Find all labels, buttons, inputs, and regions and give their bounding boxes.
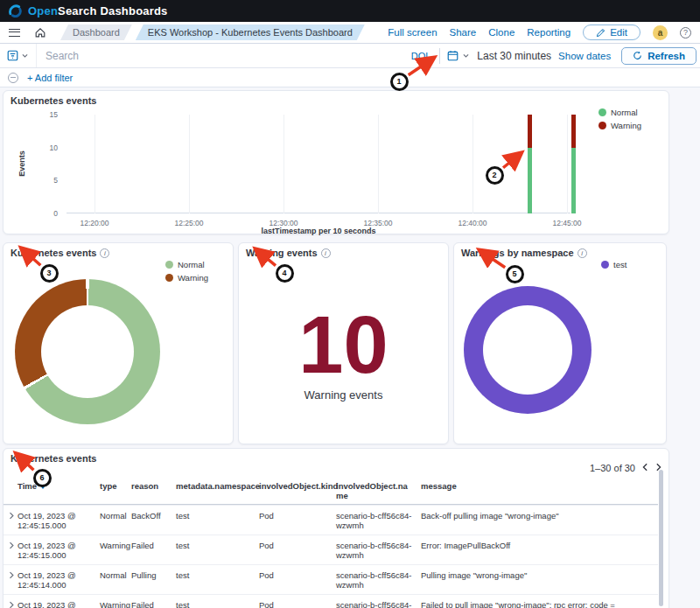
chevron-right-icon [8,601,15,608]
cell-time: Oct 19, 2023 @ 12:45:14.000 [18,600,100,608]
dql-selector[interactable]: DQL [402,51,440,61]
avatar[interactable]: a [653,25,668,40]
cell-reason: Pulling [131,570,176,580]
menu-button[interactable] [4,24,24,41]
calendar-icon [447,50,458,61]
legend-item-normal[interactable]: Normal [165,260,208,269]
expand-row-button[interactable] [8,600,18,608]
bar-segment-warning[interactable] [528,115,532,148]
legend-label: Normal [611,108,638,117]
pie-legend: NormalWarning [165,260,208,283]
scrollbar-thumb[interactable] [659,470,663,606]
date-picker-quick-menu-button[interactable] [440,50,477,61]
legend-dot [598,122,606,129]
legend-dot [598,108,606,116]
help-icon[interactable]: ? [680,27,691,38]
column-header-type[interactable]: type [100,481,131,491]
cell-time: Oct 19, 2023 @ 12:45:15.000 [18,541,100,560]
panel-kubernetes-events-histogram: Kubernetes events Events lastTimestamp p… [3,90,669,234]
clone-link[interactable]: Clone [488,27,514,38]
cell-name: scenario-b-cff56c84-wzwmh [336,570,421,590]
cell-namespace: test [176,570,259,580]
column-header-namespace[interactable]: metadata.namespace [176,481,259,491]
column-header-time[interactable]: Time [18,481,100,491]
panel-title[interactable]: Warning eventsi [246,248,331,258]
cell-name: scenario-b-cff56c84-wzwmh [336,600,421,608]
cell-time: Oct 19, 2023 @ 12:45:14.000 [18,570,100,590]
refresh-icon [633,51,642,60]
expand-row-button[interactable] [8,511,18,521]
column-header-message[interactable]: message [421,481,658,492]
cell-reason: Failed [131,541,176,550]
time-range-value[interactable]: Last 30 minutes [477,50,558,62]
show-dates-link[interactable]: Show dates [558,51,621,61]
panel-kubernetes-events-table: Kubernetes events 1–30 of 30 Time type r… [3,448,669,608]
panel-warnings-by-namespace-pie: Warnings by namespacei test [453,242,667,444]
x-tick-label: 12:40:00 [446,219,499,227]
cell-type: Warning [100,600,131,608]
home-button[interactable] [31,24,50,41]
panel-title[interactable]: Kubernetes eventsi [10,248,109,258]
y-tick-label: 10 [37,143,58,152]
pie-legend: test [601,260,626,269]
panel-title[interactable]: Warnings by namespacei [461,248,587,258]
bar-segment-normal[interactable] [571,148,576,213]
y-tick-label: 15 [37,110,58,119]
legend-dot [165,274,173,282]
bar-segment-normal[interactable] [528,148,532,213]
search-input[interactable]: Search [37,44,402,67]
cell-type: Normal [100,570,131,580]
pagination-label: 1–30 of 30 [590,463,635,473]
y-axis-label: Events [18,150,26,177]
edit-button[interactable]: Edit [583,24,640,40]
panel-warning-events-metric: Warning eventsi 10 Warning events [238,242,449,444]
info-icon[interactable]: i [578,248,587,258]
reporting-link[interactable]: Reporting [527,27,570,38]
legend-item-test[interactable]: test [601,260,626,269]
chevron-down-icon [462,52,470,59]
bar-segment-warning[interactable] [571,115,576,148]
legend-item-normal[interactable]: Normal [598,108,641,117]
refresh-button[interactable]: Refresh [621,47,696,65]
donut-hole [41,305,134,398]
x-tick-label: 12:20:00 [68,219,121,227]
info-icon[interactable]: i [321,248,331,258]
x-tick-label: 12:25:00 [163,219,215,227]
nav-bar: Dashboard EKS Workshop - Kubernetes Even… [0,22,700,44]
cell-kind: Pod [259,600,336,608]
legend-label: test [613,260,626,269]
histogram-legend: NormalWarning [598,108,641,130]
info-icon[interactable]: i [100,248,109,258]
legend-dot [601,261,609,269]
panel-title[interactable]: Kubernetes events [10,95,96,106]
cell-reason: BackOff [131,511,176,521]
full-screen-link[interactable]: Full screen [388,27,437,38]
cell-name: scenario-b-cff56c84-wzwmh [336,511,421,530]
share-link[interactable]: Share [450,27,477,38]
saved-query-menu-button[interactable] [0,44,37,67]
previous-page-icon[interactable] [641,463,649,472]
legend-item-warning[interactable]: Warning [165,273,208,283]
opensearch-logo-icon [9,4,22,17]
panel-kubernetes-events-pie: Kubernetes eventsi NormalWarning [3,242,234,444]
table-row: Oct 19, 2023 @ 12:45:14.000 Warning Fail… [4,594,658,608]
breadcrumb-dashboard[interactable]: Dashboard [60,24,132,40]
expand-row-button[interactable] [8,541,18,551]
column-header-name[interactable]: involvedObject.name [336,481,421,500]
cell-namespace: test [176,600,259,608]
legend-label: Warning [611,121,641,130]
cell-type: Warning [100,541,131,550]
expand-row-button[interactable] [8,570,18,581]
column-header-reason[interactable]: reason [131,481,176,491]
cell-namespace: test [176,541,259,550]
metric-label: Warning events [239,388,448,402]
pencil-icon [596,28,606,38]
add-filter-button[interactable]: + Add filter [27,73,73,83]
x-tick-label: 12:30:00 [257,219,310,227]
column-header-kind[interactable]: involvedObject.kind [259,481,336,491]
gridline [378,115,379,213]
filter-menu-icon[interactable] [8,73,18,83]
metric-value: 10 [239,304,448,385]
panel-title[interactable]: Kubernetes events [10,453,96,464]
legend-item-warning[interactable]: Warning [598,121,641,130]
